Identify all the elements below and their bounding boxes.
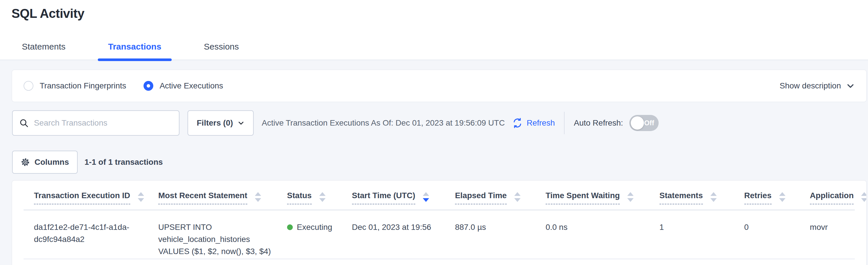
toolbar-divider [564, 112, 565, 134]
cell-status: Executing [287, 210, 352, 259]
auto-refresh-toggle[interactable]: Off [629, 115, 659, 131]
toggle-knob-icon [631, 116, 644, 130]
tab-transactions[interactable]: Transactions [98, 42, 172, 60]
gear-icon [21, 158, 30, 167]
auto-refresh-label: Auto Refresh: [574, 118, 623, 128]
executing-status-dot-icon [287, 224, 293, 230]
refresh-icon [512, 118, 523, 128]
column-header-statements[interactable]: Statements [659, 181, 744, 210]
column-header-most-recent-statement[interactable]: Most Recent Statement [158, 181, 287, 210]
column-header-status[interactable]: Status [287, 181, 352, 210]
results-count: 1-1 of 1 transactions [85, 158, 163, 167]
sort-icon[interactable] [710, 191, 717, 202]
radio-label: Active Executions [160, 81, 223, 90]
cell-application: movr [810, 210, 855, 259]
show-description-label: Show description [780, 81, 841, 90]
sort-icon[interactable] [627, 191, 633, 202]
filters-button[interactable]: Filters (0) [188, 110, 254, 136]
sort-icon[interactable] [514, 191, 521, 202]
main-content: Transaction Fingerprints Active Executio… [0, 60, 868, 265]
chevron-down-icon [238, 120, 245, 127]
columns-button[interactable]: Columns [12, 151, 78, 174]
status-label: Executing [297, 221, 332, 233]
sort-icon[interactable] [779, 191, 785, 202]
search-icon [19, 118, 29, 128]
column-header-retries[interactable]: Retries [744, 181, 810, 210]
columns-label: Columns [34, 158, 69, 167]
column-header-elapsed-time[interactable]: Elapsed Time [455, 181, 546, 210]
radio-active-executions[interactable]: Active Executions [144, 81, 223, 91]
search-box [12, 110, 180, 136]
column-header-transaction-execution-id[interactable]: Transaction Execution ID [24, 181, 158, 210]
page-header: SQL Activity Statements Transactions Ses… [0, 0, 868, 60]
tab-bar: Statements Transactions Sessions [11, 42, 857, 60]
chevron-down-icon [846, 81, 855, 90]
sort-icon[interactable] [861, 191, 866, 202]
tab-statements[interactable]: Statements [11, 42, 76, 60]
cell-elapsed-time: 887.0 µs [455, 210, 546, 259]
view-mode-card: Transaction Fingerprints Active Executio… [12, 70, 866, 102]
refresh-label: Refresh [527, 118, 555, 128]
cell-transaction-execution-id[interactable]: da1f21e2-de71-4c1f-a1da-dc9fc94a84a2 [24, 210, 158, 259]
tab-sessions[interactable]: Sessions [193, 42, 249, 60]
column-header-time-spent-waiting[interactable]: Time Spent Waiting [546, 181, 659, 210]
as-of-label: Active Transaction Executions As Of: Dec… [262, 118, 505, 128]
radio-unselected-icon [24, 81, 33, 91]
toggle-state-label: Off [644, 119, 654, 127]
sort-icon[interactable] [319, 191, 326, 202]
radio-label: Transaction Fingerprints [40, 81, 126, 90]
transactions-table-card: Transaction Execution ID Most Recent Sta… [12, 181, 866, 265]
cell-statements: 1 [659, 210, 744, 259]
sort-desc-icon[interactable] [423, 191, 429, 202]
transactions-table: Transaction Execution ID Most Recent Sta… [24, 181, 855, 259]
cell-most-recent-statement: UPSERT INTO vehicle_location_histories V… [158, 210, 287, 259]
page-title: SQL Activity [11, 6, 857, 21]
refresh-button[interactable]: Refresh [512, 118, 555, 128]
sort-icon[interactable] [255, 191, 261, 202]
filters-label: Filters (0) [197, 118, 233, 128]
cell-time-spent-waiting: 0.0 ns [546, 210, 659, 259]
sort-icon[interactable] [138, 191, 144, 202]
table-row: da1f21e2-de71-4c1f-a1da-dc9fc94a84a2 UPS… [24, 210, 855, 259]
cell-retries: 0 [744, 210, 810, 259]
toolbar: Filters (0) Active Transaction Execution… [12, 110, 866, 136]
show-description-toggle[interactable]: Show description [780, 81, 855, 90]
radio-transaction-fingerprints[interactable]: Transaction Fingerprints [24, 81, 126, 91]
cell-start-time: Dec 01, 2023 at 19:56 [352, 210, 455, 259]
column-header-application[interactable]: Application [810, 181, 855, 210]
radio-selected-icon [144, 81, 153, 91]
table-header-row: Transaction Execution ID Most Recent Sta… [24, 181, 855, 210]
column-header-start-time[interactable]: Start Time (UTC) [352, 181, 455, 210]
sql-activity-page: SQL Activity Statements Transactions Ses… [0, 0, 868, 265]
table-controls: Columns 1-1 of 1 transactions [12, 151, 866, 174]
search-input[interactable] [34, 118, 173, 128]
